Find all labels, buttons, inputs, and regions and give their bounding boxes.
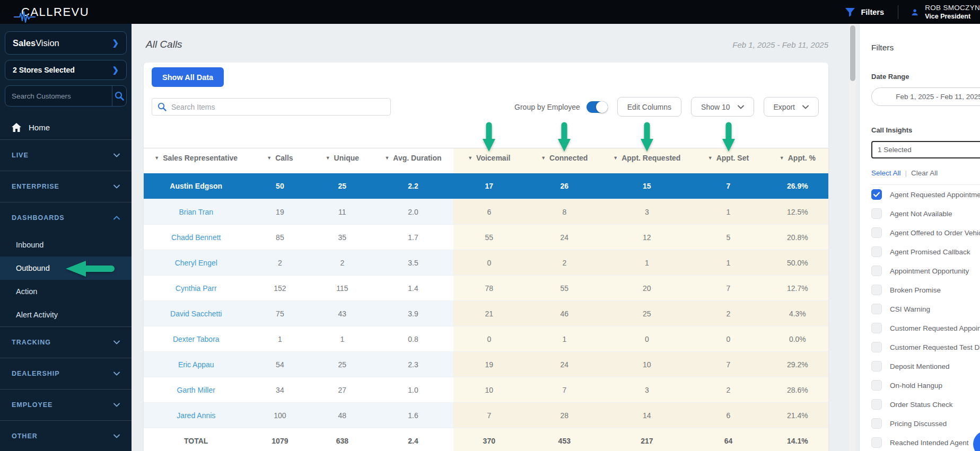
column-header-appt[interactable]: ▼Appt. %: [767, 148, 828, 167]
call-insights-select[interactable]: 1 Selected: [871, 141, 980, 158]
unchecked-checkbox[interactable]: [871, 380, 882, 391]
topbar-filters-button[interactable]: Filters: [845, 7, 884, 17]
option-reached-intended-agent[interactable]: Reached Intended Agent: [871, 433, 980, 451]
cell-value: 25: [604, 301, 690, 326]
unchecked-checkbox[interactable]: [871, 285, 882, 295]
scrollbar-thumb[interactable]: [850, 25, 855, 81]
filter-triangle-icon: ▼: [613, 155, 618, 161]
unchecked-checkbox[interactable]: [871, 342, 882, 352]
option-label: Appointment Opportunity: [890, 267, 969, 275]
sidebar-section-dashboards[interactable]: DASHBOARDS: [0, 202, 132, 233]
cell-value: 0: [690, 326, 767, 351]
page-date-range: Feb 1, 2025 - Feb 11, 2025: [732, 40, 828, 49]
option-label: Reached Intended Agent: [890, 439, 969, 447]
table-row[interactable]: Garth Miller34271.01073228.6%: [144, 377, 828, 402]
rep-name-link[interactable]: Jared Annis: [144, 403, 249, 428]
customer-search-button[interactable]: [112, 91, 126, 101]
cell-value: 15: [604, 173, 690, 199]
edit-columns-button[interactable]: Edit Columns: [617, 97, 681, 117]
table-row[interactable]: Cynthia Parr1521151.4785520712.7%: [144, 275, 828, 300]
option-order-status-check[interactable]: Order Status Check: [871, 395, 980, 414]
rep-name-link[interactable]: David Sacchetti: [144, 301, 249, 326]
unchecked-checkbox[interactable]: [871, 266, 882, 276]
checked-checkbox[interactable]: [871, 189, 882, 200]
sidebar-section-live[interactable]: LIVE: [0, 140, 132, 171]
customer-search-input[interactable]: [5, 86, 112, 106]
option-agent-promised-callback[interactable]: Agent Promised Callback: [871, 242, 980, 261]
column-header-avg-duration[interactable]: ▼Avg. Duration: [373, 148, 453, 167]
clear-all-link[interactable]: Clear All: [911, 169, 938, 177]
check-icon: [873, 192, 880, 197]
option-broken-promise[interactable]: Broken Promise: [871, 280, 980, 299]
option-pricing-discussed[interactable]: Pricing Discussed: [871, 414, 980, 433]
product-switcher[interactable]: SalesVision ❯: [5, 31, 127, 55]
cell-value: 85: [249, 225, 312, 250]
sidebar-item-outbound[interactable]: Outbound: [0, 257, 132, 280]
table-row[interactable]: David Sacchetti75433.921462524.3%: [144, 300, 828, 326]
table-search-input[interactable]: [171, 103, 385, 111]
chevron-down-icon: [802, 105, 809, 109]
column-header-sales-representative[interactable]: ▼Sales Representative: [144, 148, 249, 167]
unchecked-checkbox[interactable]: [871, 208, 882, 219]
column-header-calls[interactable]: ▼Calls: [249, 148, 312, 167]
cell-value: 78: [453, 276, 526, 300]
sidebar-section-employee[interactable]: EMPLOYEE: [0, 390, 132, 420]
store-selector[interactable]: 2 Stores Selected ❯: [5, 60, 127, 80]
sidebar-item-action[interactable]: Action: [0, 280, 132, 303]
option-agent-offered-to-order-vehicle[interactable]: Agent Offered to Order Vehicle: [871, 223, 980, 242]
cell-value: 55: [525, 276, 603, 300]
show-count-dropdown[interactable]: Show 10: [691, 97, 754, 117]
unchecked-checkbox[interactable]: [871, 399, 882, 410]
sidebar-item-home[interactable]: Home: [0, 115, 132, 139]
sidebar-section-other[interactable]: OTHER: [0, 421, 132, 451]
spacer-cell: [249, 167, 312, 173]
unchecked-checkbox[interactable]: [871, 418, 882, 429]
filter-triangle-icon: ▼: [384, 155, 389, 161]
unchecked-checkbox[interactable]: [871, 437, 882, 448]
rep-name-link[interactable]: Dexter Tabora: [144, 326, 249, 351]
rep-name-link[interactable]: Eric Appau: [144, 352, 249, 377]
table-total-row: TOTAL10796382.43704532176414.1%: [144, 428, 828, 451]
option-on-hold-hangup[interactable]: On-hold Hangup: [871, 376, 980, 395]
unchecked-checkbox[interactable]: [871, 323, 882, 333]
option-customer-requested-test-drive[interactable]: Customer Requested Test Drive: [871, 338, 980, 357]
option-agent-requested-appointment[interactable]: Agent Requested Appointment: [871, 185, 980, 204]
unchecked-checkbox[interactable]: [871, 246, 882, 257]
rep-name-link[interactable]: Chadd Bennett: [144, 225, 249, 250]
option-agent-not-available[interactable]: Agent Not Available: [871, 204, 980, 223]
select-all-link[interactable]: Select All: [871, 169, 901, 177]
unchecked-checkbox[interactable]: [871, 361, 882, 372]
table-row[interactable]: Jared Annis100481.672814621.4%: [144, 402, 828, 428]
option-deposit-mentioned[interactable]: Deposit Mentioned: [871, 357, 980, 376]
vertical-scrollbar[interactable]: [849, 24, 856, 451]
rep-name-link[interactable]: Brian Tran: [144, 199, 249, 224]
sidebar-section-dealership[interactable]: DEALERSHIP: [0, 358, 132, 389]
option-csi-warning[interactable]: CSI Warning: [871, 299, 980, 319]
table-row[interactable]: Cheryl Engel223.5021150.0%: [144, 250, 828, 275]
unchecked-checkbox[interactable]: [871, 227, 882, 238]
table-row[interactable]: Dexter Tabora110.801000.0%: [144, 326, 828, 351]
rep-name-link[interactable]: Cheryl Engel: [144, 250, 249, 275]
table-row[interactable]: Austin Edgson50252.2172615726.9%: [144, 173, 828, 199]
chevron-down-icon: [113, 372, 120, 376]
sidebar-section-tracking[interactable]: TRACKING: [0, 327, 132, 358]
unchecked-checkbox[interactable]: [871, 304, 882, 314]
table-row[interactable]: Eric Appau54252.3192410729.2%: [144, 351, 828, 377]
date-range-input[interactable]: Feb 1, 2025 - Feb 11, 2025: [871, 87, 980, 106]
table-row[interactable]: Brian Tran19112.0683112.5%: [144, 199, 828, 224]
export-dropdown[interactable]: Export: [764, 97, 819, 117]
sidebar-item-alert-activity[interactable]: Alert Activity: [0, 303, 132, 326]
option-customer-requested-appointment[interactable]: Customer Requested Appointment: [871, 319, 980, 338]
table-row[interactable]: Chadd Bennett85351.7552412520.8%: [144, 224, 828, 250]
sidebar-section-enterprise[interactable]: ENTERPRISE: [0, 171, 132, 202]
show-all-data-button[interactable]: Show All Data: [152, 67, 224, 87]
rep-name-link[interactable]: Cynthia Parr: [144, 276, 249, 300]
rep-name-link[interactable]: Austin Edgson: [144, 173, 249, 199]
user-menu[interactable]: ROB SMOCZYN Vice President: [911, 4, 980, 20]
rep-name-link[interactable]: Garth Miller: [144, 377, 249, 402]
cell-value: 0: [604, 326, 690, 351]
group-by-toggle[interactable]: [587, 101, 608, 113]
option-appointment-opportunity[interactable]: Appointment Opportunity: [871, 261, 980, 280]
sidebar-item-inbound[interactable]: Inbound: [0, 233, 132, 257]
column-header-unique[interactable]: ▼Unique: [311, 148, 373, 167]
